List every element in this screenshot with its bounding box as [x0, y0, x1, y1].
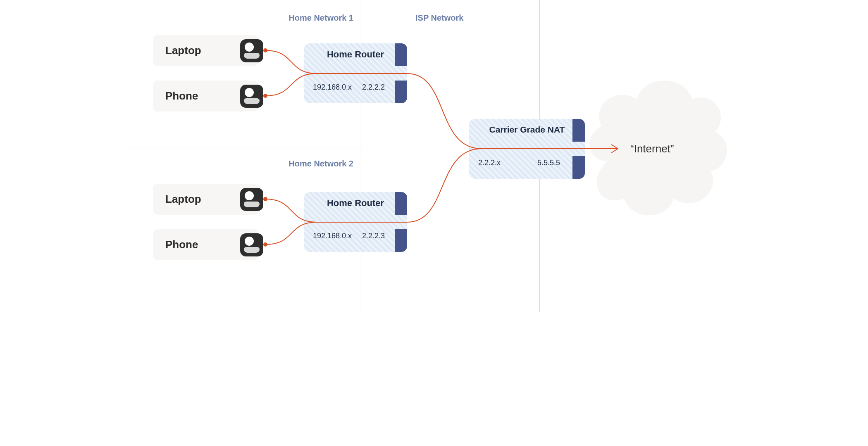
device-label: Phone: [165, 90, 198, 102]
boundary-home1-home2: [130, 149, 362, 149]
router-wan-ip: 2.2.2.2: [362, 83, 385, 92]
router-wan-port: [395, 229, 407, 252]
device-n1-phone: Phone: [153, 81, 258, 112]
router-lan-ip: 192.168.0.x: [313, 232, 352, 240]
section-label-home1: Home Network 1: [289, 13, 353, 23]
device-label: Laptop: [165, 193, 201, 206]
section-label-home2: Home Network 2: [289, 159, 353, 168]
device-icon: [240, 188, 263, 211]
router-title: Carrier Grade NAT: [469, 125, 585, 135]
router-lan-ip: 2.2.2.x: [478, 159, 501, 167]
internet-label: “Internet”: [630, 142, 674, 155]
router-lan-ip: 192.168.0.x: [313, 83, 352, 92]
carrier-grade-nat: Carrier Grade NAT 2.2.2.x 5.5.5.5: [469, 119, 585, 179]
connection-origin-dot: [263, 242, 267, 247]
diagram-canvas: Home Network 1 ISP Network Home Network …: [130, 0, 738, 312]
router-wan-port: [572, 119, 585, 142]
router-wan-port: [572, 156, 585, 179]
device-n1-laptop: Laptop: [153, 35, 258, 66]
router-wan-port: [395, 192, 407, 215]
router-title: Home Router: [304, 198, 407, 209]
device-n2-laptop: Laptop: [153, 184, 258, 215]
home-router-2: Home Router 192.168.0.x 2.2.2.3: [304, 192, 407, 252]
section-label-isp: ISP Network: [415, 13, 463, 23]
router-wan-ip: 5.5.5.5: [537, 159, 560, 167]
router-wan-ip: 2.2.2.3: [362, 232, 385, 240]
router-title: Home Router: [304, 49, 407, 60]
device-icon: [240, 85, 263, 108]
connection-origin-dot: [263, 197, 267, 201]
router-wan-port: [395, 81, 407, 103]
router-wan-port: [395, 43, 407, 66]
device-icon: [240, 39, 263, 62]
device-icon: [240, 233, 263, 256]
device-label: Laptop: [165, 44, 201, 57]
connection-origin-dot: [263, 48, 267, 52]
device-n2-phone: Phone: [153, 229, 258, 260]
home-router-1: Home Router 192.168.0.x 2.2.2.2: [304, 43, 407, 103]
connection-origin-dot: [263, 94, 267, 98]
device-label: Phone: [165, 238, 198, 251]
